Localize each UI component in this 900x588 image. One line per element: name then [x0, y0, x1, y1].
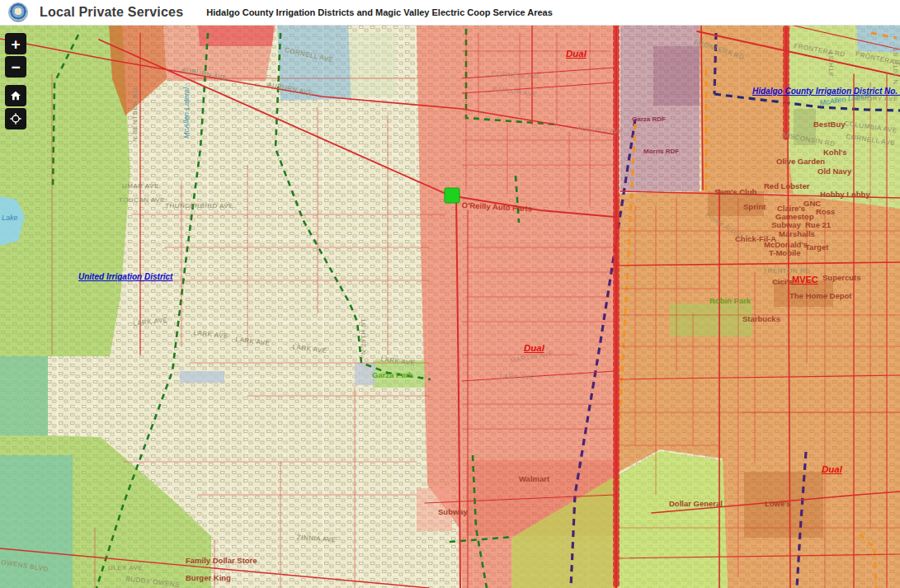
local-private-services-app: Hidalgo County Irrigation District No. 3…: [0, 0, 900, 588]
map-controls: + −: [5, 33, 26, 129]
selected-feature-marker[interactable]: [445, 188, 459, 203]
header-bar: Local Private Services Hidalgo County Ir…: [0, 0, 900, 26]
zoom-out-button[interactable]: −: [5, 56, 26, 78]
map-subtitle: Hidalgo County Irrigation Districts and …: [206, 7, 553, 17]
map-canvas[interactable]: Hidalgo County Irrigation District No. 3…: [0, 0, 900, 588]
locate-icon: [9, 112, 22, 125]
city-seal-logo-icon: [8, 2, 28, 22]
locate-button[interactable]: [5, 108, 26, 129]
district-label-link[interactable]: Hidalgo County Irrigation District No. 3: [752, 87, 900, 96]
home-icon: [9, 89, 22, 102]
district-label-link[interactable]: United Irrigation District: [78, 273, 172, 281]
app-title: Local Private Services: [40, 5, 183, 20]
zoom-in-button[interactable]: +: [5, 33, 26, 54]
home-button[interactable]: [5, 85, 26, 106]
